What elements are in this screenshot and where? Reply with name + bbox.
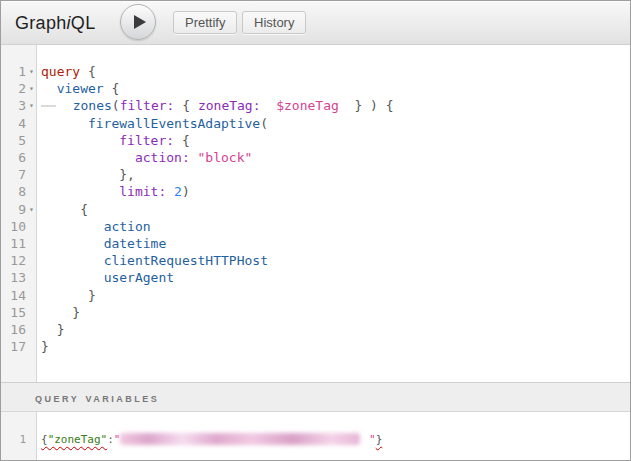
code-line[interactable]: 10 action	[1, 218, 630, 235]
prettify-button[interactable]: Prettify	[173, 11, 237, 34]
play-icon	[133, 14, 147, 30]
toolbar: GraphiQL Prettify History	[1, 1, 630, 45]
gutter-spacer	[26, 287, 37, 304]
code-line[interactable]: 16 }	[1, 321, 630, 338]
code-line[interactable]: 14 }	[1, 287, 630, 304]
code-token: $zoneTag	[276, 98, 339, 113]
logo-text-graph: Graph	[15, 12, 67, 32]
code-token	[41, 150, 135, 165]
gutter-spacer	[26, 321, 37, 338]
code-token: {	[80, 64, 96, 79]
code-token: 2	[174, 184, 182, 199]
line-number: 12	[1, 252, 26, 269]
code-token	[41, 81, 57, 96]
code-token: viewer	[57, 81, 104, 96]
query-variables-header[interactable]: Query Variables	[1, 382, 630, 412]
gutter-spacer	[26, 304, 37, 321]
code-line[interactable]: 15 }	[1, 304, 630, 321]
gutter-spacer	[26, 235, 37, 252]
code-line[interactable]: 8 limit: 2)	[1, 183, 630, 200]
line-number: 2	[1, 80, 26, 97]
code-line[interactable]: 12 clientRequestHTTPHost	[1, 252, 630, 269]
query-code: 1▾query {2▾ viewer {3▾ zones(filter: { z…	[1, 45, 630, 355]
code-line[interactable]: 4 firewallEventsAdaptive(	[1, 115, 630, 132]
query-editor[interactable]: 1▾query {2▾ viewer {3▾ zones(filter: { z…	[1, 45, 630, 382]
code-token: userAgent	[104, 270, 174, 285]
whitespace-marker	[41, 105, 56, 107]
code-token: (	[260, 116, 268, 131]
code-token: query	[41, 64, 80, 79]
code-token	[41, 270, 104, 285]
code-token: action:	[135, 150, 190, 165]
line-number: 14	[1, 287, 26, 304]
code-line[interactable]: 3▾ zones(filter: { zoneTag: $zoneTag } )…	[1, 97, 630, 114]
line-number: 13	[1, 269, 26, 286]
code-line[interactable]: 17}	[1, 338, 630, 355]
line-number: 10	[1, 218, 26, 235]
fold-arrow-icon[interactable]: ▾	[26, 63, 37, 80]
code-token	[57, 98, 73, 113]
graphiql-window: GraphiQL Prettify History 1▾query {2▾ vi…	[0, 0, 631, 461]
code-token	[41, 236, 104, 251]
gutter-spacer	[26, 269, 37, 286]
variables-editor[interactable]: 1{"zoneTag":" "}	[1, 412, 630, 460]
line-number: 9	[1, 201, 26, 218]
code-token	[41, 322, 57, 337]
code-token: firewallEventsAdaptive	[88, 116, 260, 131]
execute-query-button[interactable]	[120, 4, 156, 40]
line-number: 17	[1, 338, 26, 355]
code-token: filter:	[120, 98, 175, 113]
code-token: {	[80, 202, 88, 217]
code-token	[41, 184, 119, 199]
code-token: },	[119, 167, 135, 182]
code-token	[41, 288, 88, 303]
fold-arrow-icon[interactable]: ▾	[26, 80, 37, 97]
code-token: "	[362, 433, 375, 446]
code-line[interactable]: 2▾ viewer {	[1, 80, 630, 97]
line-number: 1	[1, 63, 26, 80]
code-token: }	[376, 433, 383, 446]
code-token	[41, 219, 104, 234]
line-number: 8	[1, 183, 26, 200]
query-variables-title: Query Variables	[35, 390, 159, 405]
code-line[interactable]: 9▾ {	[1, 201, 630, 218]
logo-text-ql: QL	[71, 12, 96, 32]
code-token	[41, 116, 88, 131]
code-line[interactable]: 7 },	[1, 166, 630, 183]
code-token: "	[114, 433, 121, 446]
gutter-spacer	[26, 149, 37, 166]
code-token	[166, 184, 174, 199]
code-line[interactable]: 13 userAgent	[1, 269, 630, 286]
gutter-spacer	[26, 132, 37, 149]
line-number: 3	[1, 97, 26, 114]
code-line[interactable]: 1{"zoneTag":" "}	[1, 431, 630, 448]
app-logo: GraphiQL	[15, 12, 95, 33]
fold-arrow-icon[interactable]: ▾	[26, 97, 37, 114]
code-token: "zoneTag"	[48, 433, 108, 446]
code-line[interactable]: 11 datetime	[1, 235, 630, 252]
gutter-spacer	[26, 431, 37, 448]
code-token: zoneTag:	[198, 98, 261, 113]
code-token: {	[174, 133, 190, 148]
code-token: } ) {	[339, 98, 394, 113]
line-number: 1	[1, 431, 26, 448]
gutter-spacer	[26, 183, 37, 200]
line-number: 5	[1, 132, 26, 149]
code-line[interactable]: 6 action: "block"	[1, 149, 630, 166]
history-button[interactable]: History	[242, 11, 306, 34]
code-token: filter:	[119, 133, 174, 148]
code-token: {	[174, 98, 197, 113]
code-token: }	[41, 339, 49, 354]
gutter-spacer	[26, 218, 37, 235]
code-token: }	[72, 305, 80, 320]
code-token: (	[112, 98, 120, 113]
gutter-spacer	[26, 166, 37, 183]
code-token: :	[107, 433, 114, 446]
line-number: 11	[1, 235, 26, 252]
code-token	[190, 150, 198, 165]
code-token	[41, 133, 119, 148]
code-line[interactable]: 1▾query {	[1, 63, 630, 80]
code-line[interactable]: 5 filter: {	[1, 132, 630, 149]
fold-arrow-icon[interactable]: ▾	[26, 201, 37, 218]
code-token: {	[104, 81, 120, 96]
